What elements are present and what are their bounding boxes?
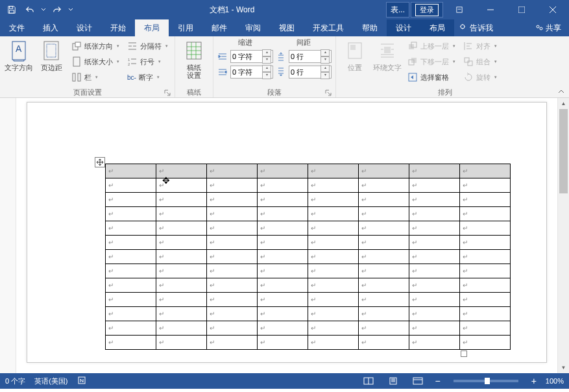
indent-right-spinner[interactable]: 0 字符▴▾ bbox=[217, 65, 273, 79]
tab-devtools[interactable]: 开发工具 bbox=[304, 19, 353, 36]
table-cell[interactable]: ↵ bbox=[258, 236, 308, 250]
table-cell[interactable]: ↵ bbox=[460, 236, 511, 250]
table-cell[interactable]: ↵ bbox=[308, 178, 359, 193]
table-cell[interactable]: ↵ bbox=[106, 207, 156, 221]
position-button[interactable]: 位置 bbox=[339, 38, 371, 74]
tab-file[interactable]: 文件 bbox=[0, 19, 34, 36]
table-cell[interactable]: ↵ bbox=[156, 293, 207, 307]
table-cell[interactable]: ↵ bbox=[106, 336, 156, 350]
wrap-text-button[interactable]: 环绕文字 bbox=[371, 38, 404, 74]
table-cell[interactable]: ↵ bbox=[409, 236, 460, 250]
table-cell[interactable]: ↵ bbox=[156, 250, 207, 264]
table-cell[interactable]: ↵ bbox=[207, 278, 258, 293]
zoom-slider[interactable] bbox=[454, 380, 518, 382]
table-cell[interactable]: ↵ bbox=[207, 336, 258, 350]
table-cell[interactable]: ↵ bbox=[106, 193, 156, 207]
table-cell[interactable]: ↵ bbox=[359, 207, 409, 221]
table-cell[interactable]: ↵ bbox=[359, 278, 409, 293]
table-cell[interactable]: ↵ bbox=[460, 250, 511, 264]
share-button[interactable]: 共享 bbox=[527, 19, 569, 36]
qat-customize[interactable] bbox=[67, 2, 74, 18]
table-cell[interactable]: ↵ bbox=[308, 221, 359, 236]
table-cell[interactable]: ↵ bbox=[156, 221, 207, 236]
table-cell[interactable]: ↵ bbox=[207, 307, 258, 321]
vertical-scrollbar[interactable]: ▲ ▼ bbox=[557, 98, 569, 373]
macro-status-icon[interactable] bbox=[77, 376, 86, 386]
table-cell[interactable]: ↵ bbox=[207, 164, 258, 178]
table-cell[interactable]: ↵ bbox=[359, 264, 409, 278]
table-cell[interactable]: ↵ bbox=[308, 264, 359, 278]
minimize-button[interactable] bbox=[476, 0, 505, 19]
table-cell[interactable]: ↵ bbox=[106, 307, 156, 321]
paragraph-dialog-launcher[interactable] bbox=[325, 90, 332, 96]
table-cell[interactable]: ↵ bbox=[207, 264, 258, 278]
table-cell[interactable]: ↵ bbox=[409, 336, 460, 350]
table-cell[interactable]: ↵ bbox=[359, 193, 409, 207]
table-cell[interactable]: ↵ bbox=[156, 164, 207, 178]
table-cell[interactable]: ↵ bbox=[409, 293, 460, 307]
tab-view[interactable]: 视图 bbox=[270, 19, 304, 36]
read-mode-button[interactable] bbox=[361, 375, 376, 387]
table-cell[interactable]: ↵ bbox=[409, 178, 460, 193]
table-cell[interactable]: ↵ bbox=[258, 278, 308, 293]
table-cell[interactable]: ↵ bbox=[308, 336, 359, 350]
zoom-level[interactable]: 100% bbox=[546, 377, 564, 385]
table-cell[interactable]: ↵ bbox=[409, 264, 460, 278]
columns-button[interactable]: 栏▾ bbox=[69, 70, 122, 84]
document-table[interactable]: ↵↵↵↵↵↵↵↵↵↵↵↵↵↵↵↵↵↵↵↵↵↵↵↵↵↵↵↵↵↵↵↵↵↵↵↵↵↵↵↵… bbox=[105, 164, 511, 350]
table-cell[interactable]: ↵ bbox=[207, 293, 258, 307]
table-cell[interactable]: ↵ bbox=[359, 221, 409, 236]
tab-layout[interactable]: 布局 bbox=[135, 19, 169, 36]
table-cell[interactable]: ↵ bbox=[156, 336, 207, 350]
maximize-button[interactable] bbox=[507, 0, 537, 19]
table-cell[interactable]: ↵ bbox=[258, 221, 308, 236]
table-cell[interactable]: ↵ bbox=[156, 307, 207, 321]
zoom-in-button[interactable]: + bbox=[531, 376, 537, 386]
hyphenation-button[interactable]: bc‑断字▾ bbox=[125, 70, 171, 84]
table-resize-handle[interactable] bbox=[461, 350, 467, 357]
table-cell[interactable]: ↵ bbox=[308, 193, 359, 207]
tell-me[interactable]: 告诉我 bbox=[454, 19, 498, 36]
table-cell[interactable]: ↵ bbox=[409, 250, 460, 264]
table-cell[interactable]: ↵ bbox=[308, 293, 359, 307]
table-cell[interactable]: ↵ bbox=[207, 178, 258, 193]
table-cell[interactable]: ↵ bbox=[258, 250, 308, 264]
table-cell[interactable]: ↵ bbox=[308, 321, 359, 336]
scroll-thumb[interactable] bbox=[559, 109, 568, 193]
table-cell[interactable]: ↵ bbox=[258, 164, 308, 178]
table-cell[interactable]: ↵ bbox=[258, 193, 308, 207]
table-cell[interactable]: ↵ bbox=[156, 321, 207, 336]
vertical-ruler[interactable] bbox=[0, 98, 16, 373]
orientation-button[interactable]: 纸张方向▾ bbox=[69, 39, 122, 53]
text-direction-button[interactable]: A 文字方向 bbox=[3, 38, 35, 74]
tab-references[interactable]: 引用 bbox=[169, 19, 202, 36]
table-cell[interactable]: ↵ bbox=[359, 178, 409, 193]
redo-button[interactable] bbox=[49, 2, 65, 18]
tab-help[interactable]: 帮助 bbox=[353, 19, 387, 36]
table-cell[interactable]: ↵ bbox=[460, 264, 511, 278]
table-cell[interactable]: ↵ bbox=[258, 207, 308, 221]
table-cell[interactable]: ↵ bbox=[308, 307, 359, 321]
table-cell[interactable]: ↵ bbox=[409, 207, 460, 221]
tab-tabletools-layout[interactable]: 布局 bbox=[420, 19, 454, 36]
table-cell[interactable]: ↵ bbox=[409, 164, 460, 178]
table-cell[interactable]: ↵ bbox=[106, 236, 156, 250]
table-cell[interactable]: ↵ bbox=[359, 250, 409, 264]
space-after-spinner[interactable]: 0 行▴▾ bbox=[276, 65, 332, 79]
table-cell[interactable]: ↵ bbox=[308, 236, 359, 250]
selection-pane-button[interactable]: 选择窗格 bbox=[405, 70, 458, 84]
tab-review[interactable]: 审阅 bbox=[236, 19, 270, 36]
table-cell[interactable]: ↵ bbox=[106, 321, 156, 336]
scroll-down-button[interactable]: ▼ bbox=[558, 362, 569, 373]
table-cell[interactable]: ↵ bbox=[207, 321, 258, 336]
table-cell[interactable]: ↵ bbox=[156, 207, 207, 221]
tab-insert[interactable]: 插入 bbox=[34, 19, 67, 36]
table-tools-context[interactable]: 表... bbox=[386, 2, 409, 18]
tab-mailings[interactable]: 邮件 bbox=[202, 19, 236, 36]
tab-start[interactable]: 开始 bbox=[101, 19, 135, 36]
size-button[interactable]: 纸张大小▾ bbox=[69, 55, 122, 69]
table-cell[interactable]: ↵ bbox=[359, 164, 409, 178]
table-cell[interactable]: ↵ bbox=[308, 250, 359, 264]
collapse-ribbon-button[interactable] bbox=[558, 89, 564, 95]
table-cell[interactable]: ↵ bbox=[207, 250, 258, 264]
